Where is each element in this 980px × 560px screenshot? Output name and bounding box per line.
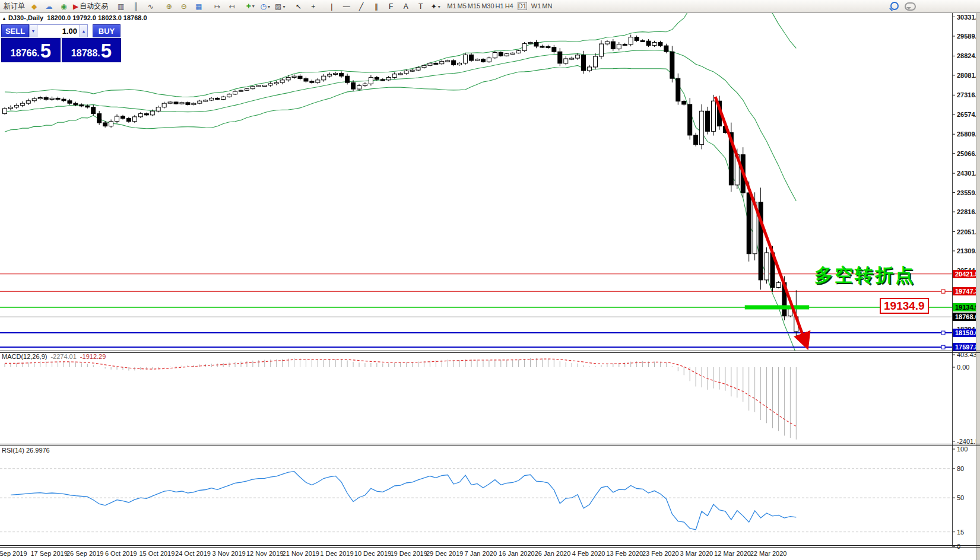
channel-icon[interactable]: ∥ [369, 1, 383, 12]
signals-icon[interactable]: ◉ [56, 1, 71, 12]
bars-chart-icon[interactable]: ▥ [113, 1, 128, 12]
line-chart-icon[interactable]: ∿ [143, 1, 158, 12]
indicators-add-icon[interactable]: +▾ [243, 1, 258, 11]
date-label: 12 Nov 2019 [246, 550, 283, 557]
candlestick-series [3, 35, 798, 336]
auto-trading-button[interactable]: ▶ 自动交易 [71, 1, 110, 12]
auto-trading-icon: ▶ [73, 3, 78, 10]
signals-icon: ◉ [61, 3, 66, 10]
zoom-out-icon[interactable]: ⊖ [176, 1, 191, 12]
sell-button[interactable]: SELL [1, 24, 29, 37]
tile-windows-icon[interactable]: ▦ [191, 1, 206, 12]
line-chart-icon: ∿ [148, 3, 154, 10]
timeframe-w1[interactable]: W1 [531, 2, 542, 10]
community-icon[interactable]: ☁ [42, 1, 56, 12]
arrows-icon: ✦ [431, 3, 437, 10]
symbol-header: ▲DJ30-,Daily 18200.0 19792.0 18023.0 187… [2, 14, 147, 21]
search-icon[interactable] [890, 2, 899, 10]
dropdown-caret-icon: ▾ [438, 4, 440, 9]
date-label: 19 Dec 2019 [390, 550, 427, 557]
timeframe-m1[interactable]: M1 [446, 2, 456, 10]
chat-icon[interactable] [905, 2, 916, 11]
macd-signal-value: -1912.29 [80, 353, 106, 360]
timeframe-m5[interactable]: M5 [457, 2, 467, 10]
vertical-line-icon[interactable]: | [324, 1, 339, 12]
hline-handle[interactable] [941, 289, 945, 293]
cursor-icon[interactable]: ↖ [291, 1, 306, 12]
periods-icon[interactable]: ◷▾ [258, 1, 272, 12]
price-axis[interactable]: 30331.529589.028824.028081.527316.526574… [953, 13, 976, 545]
auto-scroll-icon[interactable]: ↦ [210, 1, 224, 12]
date-label: 4 Feb 2020 [572, 550, 605, 557]
date-label: 3 Mar 2020 [680, 550, 713, 557]
turning-point-annotation[interactable]: 多空转折点 [814, 263, 915, 288]
date-label: 13 Feb 2020 [606, 550, 643, 557]
candlestick-chart-icon[interactable]: ║ [128, 1, 143, 12]
bid-price-display[interactable]: 18766.5 [1, 38, 61, 62]
date-label: 24 Oct 2019 [175, 550, 211, 557]
crosshair-icon[interactable]: + [306, 1, 321, 12]
new-order-button[interactable]: 新订单 [1, 1, 27, 12]
macd-panel-separator-2[interactable] [0, 352, 980, 353]
main-toolbar: 新订单 ◆☁◉ ▶ 自动交易 ▥║∿⊕⊖▦↦↤+▾◷▾▨▾↖+|—╱∥FAT✦▾… [0, 0, 980, 13]
crosshair-icon: + [311, 3, 315, 10]
date-label: 26 Jan 2020 [535, 550, 571, 557]
timeframe-h1[interactable]: H1 [495, 2, 505, 10]
horizontal-line-icon[interactable]: — [339, 1, 354, 12]
macd-panel-separator[interactable] [0, 351, 980, 351]
timeframe-h4[interactable]: H4 [505, 2, 514, 10]
volume-up-button[interactable]: ▲ [80, 24, 88, 37]
timeframe-m15[interactable]: M15 [467, 2, 481, 10]
horizontal-line-objects[interactable] [0, 274, 952, 349]
macd-indicator [5, 358, 796, 440]
date-label: 10 Dec 2019 [354, 550, 391, 557]
channel-icon: ∥ [375, 3, 378, 10]
vertical-line-icon: | [331, 3, 332, 10]
ask-price-display[interactable]: 18788.5 [62, 38, 121, 62]
date-label: 21 Nov 2019 [283, 550, 319, 557]
zoom-in-icon: ⊕ [166, 3, 172, 10]
rsi-panel-separator[interactable] [0, 444, 980, 444]
buy-button[interactable]: BUY [93, 24, 120, 37]
chart-window-icon[interactable]: ◆ [27, 1, 42, 12]
arrows-icon[interactable]: ✦▾ [428, 1, 443, 12]
trendline-icon[interactable]: ╱ [354, 1, 369, 12]
chart-shift-icon[interactable]: ↤ [224, 1, 239, 12]
templates-icon[interactable]: ▨▾ [272, 1, 287, 12]
volume-down-button[interactable]: ▼ [29, 24, 37, 37]
expander-icon[interactable]: ▲ [2, 16, 7, 21]
rsi-label: RSI(14) [2, 447, 24, 454]
date-label: 12 Mar 2020 [714, 550, 751, 557]
zoom-out-icon: ⊖ [181, 3, 187, 10]
timeframe-m30[interactable]: M30 [481, 2, 494, 10]
date-label: 3 Nov 2019 [212, 550, 245, 557]
volume-input[interactable] [37, 24, 80, 37]
axis-tick-label: 100 [957, 446, 968, 453]
bars-chart-icon: ▥ [118, 3, 124, 10]
trendline-icon: ╱ [359, 3, 363, 10]
cursor-icon: ↖ [296, 3, 302, 10]
timeframe-mn[interactable]: MN [541, 2, 553, 10]
tile-windows-icon: ▦ [195, 3, 202, 10]
axis-tick-label: 0.00 [957, 364, 969, 371]
text-icon[interactable]: A [398, 1, 413, 12]
rsi-panel-separator-2[interactable] [0, 446, 980, 446]
auto-trading-label: 自动交易 [80, 1, 108, 11]
date-label: 22 Mar 2020 [750, 550, 787, 557]
date-label: 29 Dec 2019 [426, 550, 463, 557]
zoom-in-icon[interactable]: ⊕ [161, 1, 176, 12]
timeframe-d1[interactable]: D1 [518, 2, 527, 10]
hline-handle[interactable] [941, 345, 945, 349]
date-label: 7 Jan 2020 [465, 550, 497, 557]
hline-handle[interactable] [941, 331, 945, 335]
axis-tick-label: 15 [957, 529, 964, 536]
support-level-label[interactable]: 19134.9 [880, 298, 929, 314]
chart-window-icon: ◆ [31, 3, 37, 10]
date-label: 6 Oct 2019 [105, 550, 137, 557]
text-icon: A [404, 3, 408, 10]
label-icon[interactable]: T [413, 1, 428, 12]
bollinger-bands [5, 0, 796, 354]
fibonacci-icon[interactable]: F [383, 1, 398, 12]
date-label: 17 Sep 2019 [30, 550, 67, 557]
fibonacci-icon: F [389, 3, 393, 10]
